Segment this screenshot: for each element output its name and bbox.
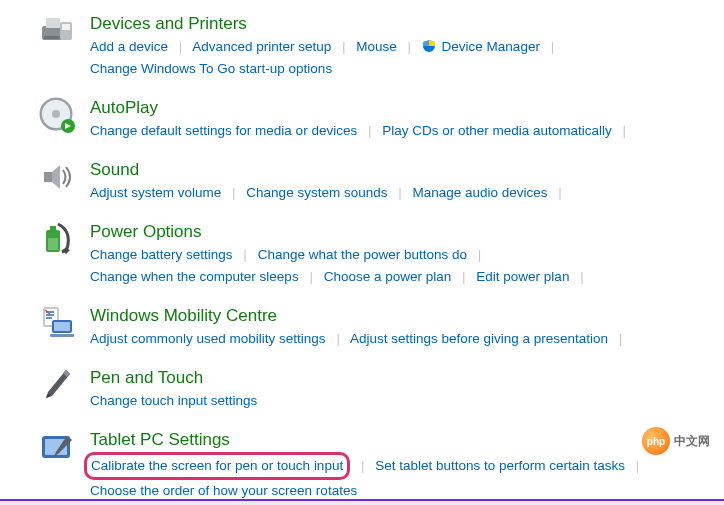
svg-rect-4 xyxy=(62,24,70,30)
separator: | xyxy=(580,269,584,284)
separator: | xyxy=(551,39,555,54)
svg-rect-2 xyxy=(44,36,62,39)
watermark: php 中文网 xyxy=(642,427,710,455)
link-play-cds[interactable]: Play CDs or other media automatically xyxy=(382,123,612,138)
link-mobility-settings[interactable]: Adjust commonly used mobility settings xyxy=(90,331,326,346)
separator: | xyxy=(478,247,482,262)
bottom-shadow xyxy=(0,501,724,505)
svg-rect-16 xyxy=(50,334,74,337)
mobility-centre-heading[interactable]: Windows Mobility Centre xyxy=(90,306,724,326)
separator: | xyxy=(336,331,340,346)
link-screen-rotation-order[interactable]: Choose the order of how your screen rota… xyxy=(90,483,357,498)
link-tablet-buttons[interactable]: Set tablet buttons to perform certain ta… xyxy=(375,458,625,473)
link-calibrate-screen[interactable]: Calibrate the screen for pen or touch in… xyxy=(91,458,343,473)
section-mobility-centre: Windows Mobility Centre Adjust commonly … xyxy=(0,300,724,362)
watermark-logo-icon: php xyxy=(642,427,670,455)
svg-rect-12 xyxy=(48,238,58,250)
section-devices-printers: Devices and Printers Add a device | Adva… xyxy=(0,8,724,92)
separator: | xyxy=(462,269,466,284)
separator: | xyxy=(232,185,236,200)
sound-icon xyxy=(36,158,78,200)
link-mouse[interactable]: Mouse xyxy=(356,39,397,54)
bottom-accent xyxy=(0,499,724,501)
separator: | xyxy=(623,123,627,138)
link-choose-plan[interactable]: Choose a power plan xyxy=(324,269,452,284)
separator: | xyxy=(619,331,623,346)
link-battery-settings[interactable]: Change battery settings xyxy=(90,247,233,262)
sound-heading[interactable]: Sound xyxy=(90,160,724,180)
section-pen-and-touch: Pen and Touch Change touch input setting… xyxy=(0,362,724,424)
separator: | xyxy=(368,123,372,138)
link-system-sounds[interactable]: Change system sounds xyxy=(246,185,387,200)
svg-rect-9 xyxy=(44,172,52,182)
separator: | xyxy=(179,39,183,54)
link-windows-togo[interactable]: Change Windows To Go start-up options xyxy=(90,61,332,76)
section-sound: Sound Adjust system volume | Change syst… xyxy=(0,154,724,216)
link-autoplay-defaults[interactable]: Change default settings for media or dev… xyxy=(90,123,357,138)
separator: | xyxy=(636,458,640,473)
mobility-centre-icon xyxy=(36,304,78,346)
control-panel-hardware-list: Devices and Printers Add a device | Adva… xyxy=(0,0,724,505)
link-computer-sleeps[interactable]: Change when the computer sleeps xyxy=(90,269,299,284)
link-power-buttons[interactable]: Change what the power buttons do xyxy=(258,247,467,262)
link-add-device[interactable]: Add a device xyxy=(90,39,168,54)
tablet-pc-icon xyxy=(36,428,78,470)
watermark-label: 中文网 xyxy=(674,433,710,450)
power-options-icon xyxy=(36,220,78,262)
power-options-heading[interactable]: Power Options xyxy=(90,222,724,242)
svg-rect-15 xyxy=(54,322,70,331)
section-power-options: Power Options Change battery settings | … xyxy=(0,216,724,300)
separator: | xyxy=(558,185,562,200)
link-advanced-printer[interactable]: Advanced printer setup xyxy=(192,39,331,54)
section-autoplay: AutoPlay Change default settings for med… xyxy=(0,92,724,154)
link-manage-audio[interactable]: Manage audio devices xyxy=(412,185,547,200)
separator: | xyxy=(408,39,412,54)
autoplay-heading[interactable]: AutoPlay xyxy=(90,98,724,118)
devices-printers-heading[interactable]: Devices and Printers xyxy=(90,14,724,34)
separator: | xyxy=(361,458,365,473)
pen-and-touch-heading[interactable]: Pen and Touch xyxy=(90,368,724,388)
svg-point-7 xyxy=(52,110,60,118)
link-system-volume[interactable]: Adjust system volume xyxy=(90,185,221,200)
separator: | xyxy=(309,269,313,284)
autoplay-icon xyxy=(36,96,78,138)
link-touch-input-settings[interactable]: Change touch input settings xyxy=(90,393,257,408)
section-tablet-pc: Tablet PC Settings Calibrate the screen … xyxy=(0,424,724,505)
svg-rect-1 xyxy=(46,18,60,28)
pen-icon xyxy=(36,366,78,408)
link-device-manager[interactable]: Device Manager xyxy=(442,39,540,54)
link-presentation-settings[interactable]: Adjust settings before giving a presenta… xyxy=(350,331,608,346)
tablet-pc-heading[interactable]: Tablet PC Settings xyxy=(90,430,724,450)
highlight-annotation: Calibrate the screen for pen or touch in… xyxy=(84,452,350,480)
separator: | xyxy=(398,185,402,200)
separator: | xyxy=(243,247,247,262)
uac-shield-icon xyxy=(422,38,436,52)
svg-rect-11 xyxy=(50,226,56,230)
separator: | xyxy=(342,39,346,54)
devices-printers-icon xyxy=(36,12,78,54)
link-edit-plan[interactable]: Edit power plan xyxy=(476,269,569,284)
